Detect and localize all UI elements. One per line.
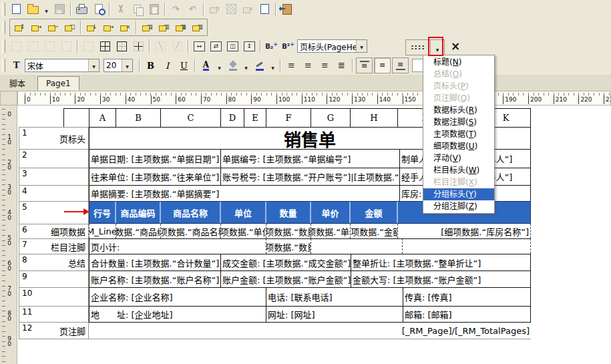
font-size-combo[interactable]: 20 — [104, 59, 133, 72]
table-cell[interactable]: 金额大写: [主项数据.“账户金额”] — [351, 270, 531, 287]
column-header-cell[interactable]: F — [266, 108, 311, 127]
band-selector-dropdown-icon[interactable] — [356, 40, 367, 52]
table-cell[interactable]: 地 址: [企业地址] — [89, 306, 266, 322]
table-cell[interactable]: 行号 — [89, 201, 116, 224]
table-cell[interactable]: 单据日期: [主项数据.“单据日期”] — [89, 149, 220, 168]
toolbar-grip[interactable] — [2, 21, 5, 34]
band-view-3-button[interactable]: ▦ — [173, 20, 188, 35]
table-cell[interactable]: 整单折让: [主项数据.“整单折让”] — [351, 254, 531, 270]
print-button[interactable] — [74, 2, 89, 17]
valign-bottom-button[interactable]: ≡ — [392, 57, 409, 73]
fill-color-button[interactable] — [225, 58, 240, 73]
menu-item-title[interactable]: 标题(N) — [423, 56, 494, 68]
line-color-button[interactable] — [252, 58, 267, 73]
table-cell[interactable]: 页小计: — [89, 238, 266, 254]
menu-item-float[interactable]: 浮动(V) — [423, 152, 494, 164]
underline-button[interactable]: U — [176, 58, 192, 73]
column-header-cell[interactable] — [63, 108, 89, 127]
table-cell[interactable]: 商品名称 — [160, 201, 220, 224]
row-band-label-3[interactable]: 3 — [19, 168, 89, 185]
valign-middle-button[interactable]: ≡ — [374, 57, 391, 73]
bold-button[interactable]: B — [143, 58, 158, 73]
delete-band-button[interactable]: × — [446, 39, 465, 53]
row-band-label-1[interactable]: 1页标头 — [19, 127, 89, 149]
font-color-dropdown-button[interactable] — [215, 58, 224, 73]
toolbar-grip[interactable] — [2, 39, 5, 53]
table-cell[interactable]: 电话: [联系电话] — [266, 287, 403, 306]
cell-tool-2-button[interactable]: B² — [280, 39, 296, 53]
table-cell[interactable]: 往来单位: [主项数据.“往来单位”] — [89, 168, 220, 185]
band-view-2-button[interactable]: ▥ — [156, 20, 172, 35]
row-band-label-6[interactable]: 6细项数据 — [19, 224, 89, 238]
cell-tool-1-button[interactable]: B₂ — [264, 39, 279, 53]
align-right-button[interactable]: ≡ — [317, 58, 333, 73]
row-band-label-7[interactable]: 7栏目注脚 — [19, 238, 89, 254]
table-cell[interactable] — [402, 238, 531, 254]
blank-page-button[interactable] — [257, 2, 272, 17]
table-cell[interactable]: 商品编码 — [116, 201, 160, 224]
valign-top-button[interactable]: ≡ — [356, 57, 373, 73]
fill-color-dropdown-button[interactable] — [242, 58, 250, 73]
table-cell[interactable]: [细项数据.“数量”] — [266, 238, 311, 254]
border-outer-button[interactable] — [114, 39, 130, 53]
menu-item-group-footer[interactable]: 分组注脚(Z) — [423, 200, 494, 212]
line-color-dropdown-button[interactable] — [268, 58, 277, 73]
align-justify-button[interactable]: ≣ — [334, 58, 349, 73]
print-preview-button[interactable] — [91, 2, 106, 17]
split-down-button[interactable]: ↓ — [84, 20, 99, 35]
table-cell[interactable]: 企业名称: [企业名称] — [89, 287, 266, 306]
align-left-button[interactable]: ≡ — [284, 58, 299, 73]
border-all-button[interactable] — [97, 39, 113, 53]
menu-item-group-header[interactable]: 分组标头(Y) — [423, 188, 494, 200]
band-view-4-button[interactable]: ▧ — [190, 20, 205, 35]
font-name-dropdown-icon[interactable] — [88, 59, 99, 71]
table-cell[interactable]: [_RM_LineNo] — [89, 224, 116, 238]
table-cell[interactable]: 账号税号: [主项数据.“开户账号”]|[主项数据.“税号”] — [220, 168, 399, 185]
font-color-button[interactable]: A — [198, 58, 214, 73]
table-cell[interactable]: 单据编号: [主项数据.“单据编号”] — [220, 149, 399, 168]
table-cell[interactable]: 账户名称: [主项数据.“账户名称”] — [89, 270, 220, 287]
table-cell[interactable]: 传真: [传真] — [403, 287, 531, 306]
row-band-label-9[interactable]: 9 — [19, 270, 89, 287]
tab-page1[interactable]: Page1 — [37, 76, 79, 90]
table-cell[interactable]: [细项数据.“商品编码”] — [116, 224, 160, 238]
table-cell[interactable]: [细项数据.“单位”] — [220, 224, 266, 238]
font-size-dropdown-icon[interactable] — [122, 59, 132, 71]
table-cell[interactable]: 金额 — [350, 201, 397, 224]
table-cell[interactable]: [细项数据.“金额”] — [350, 224, 397, 238]
italic-button[interactable]: I — [160, 58, 175, 73]
new-document-button[interactable] — [9, 2, 24, 17]
band-selector-combo[interactable]: 页标头(PageHeader1) — [297, 39, 367, 53]
table-cell[interactable]: 单据摘要: [主项数据.“单据摘要”] — [89, 185, 399, 201]
table-cell[interactable]: 网址: [网址] — [266, 306, 403, 322]
delete-cell-button[interactable]: × — [118, 20, 133, 35]
table-cell[interactable]: 成交金额: [主项数据.“成交金额”] — [220, 254, 351, 270]
menu-item-data-header[interactable]: 数据标头(R) — [423, 104, 494, 116]
table-cell[interactable]: [细项数据.“数量”] — [266, 224, 311, 238]
toolbar-grip[interactable] — [2, 3, 5, 16]
split-cell-vertical-button[interactable]: ↕ — [12, 20, 27, 35]
border-inner-button[interactable] — [131, 39, 146, 53]
table-cell[interactable]: 数量 — [266, 201, 311, 224]
merge-cells-button[interactable]: □ — [62, 20, 77, 35]
font-name-combo[interactable]: 宋体 — [25, 59, 99, 72]
row-band-label-2[interactable]: 2 — [19, 149, 89, 168]
table-cell[interactable]: 单位 — [220, 201, 266, 224]
column-header-cell[interactable]: C — [160, 108, 220, 127]
merge-left-button[interactable]: → — [29, 20, 44, 35]
exit-button[interactable] — [279, 2, 294, 17]
band-view-1-button[interactable]: ▤ — [140, 20, 155, 35]
fit-height-button[interactable]: ↕ — [242, 39, 257, 53]
table-cell[interactable]: [细项数据.“库房名称”] — [397, 224, 531, 238]
table-cell[interactable]: 合计数量: [主项数据.“合计数量”] — [89, 254, 220, 270]
column-header-cell[interactable]: H — [350, 108, 397, 127]
row-band-label-4[interactable]: 4 — [19, 185, 89, 201]
menu-item-data-footer[interactable]: 数据注脚(S) — [423, 116, 494, 128]
table-cell[interactable] — [311, 238, 402, 254]
tab-script[interactable]: 脚本 — [1, 76, 33, 89]
align-center-button[interactable]: ≡ — [300, 58, 316, 73]
same-height-button[interactable]: ⇄ — [208, 39, 224, 53]
row-band-label-10[interactable]: 10 — [19, 287, 89, 306]
table-cell[interactable]: [细项数据.“单价”] — [311, 224, 350, 238]
column-header-cell[interactable]: A — [89, 108, 116, 127]
